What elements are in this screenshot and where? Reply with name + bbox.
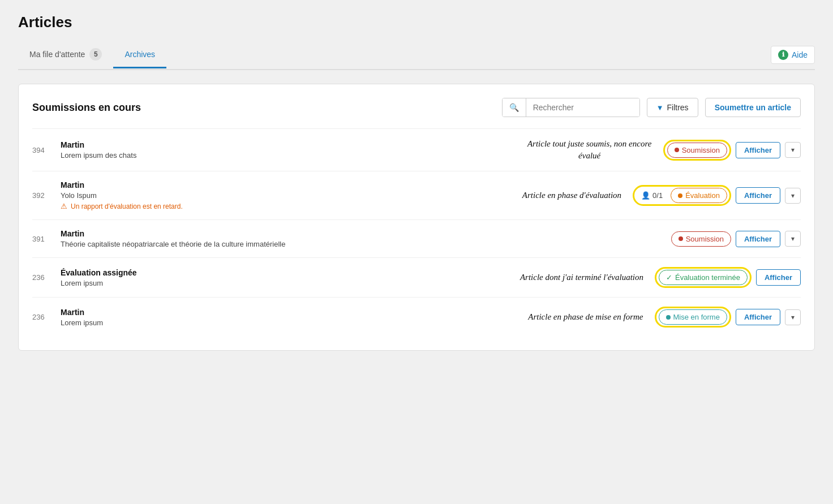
tab-queue-label: Ma file d'attente xyxy=(29,50,85,59)
table-row: 392 Martin Yolo Ispum ⚠ Un rapport d'éva… xyxy=(32,171,801,219)
row-annotation: Article en phase d'évaluation xyxy=(511,189,633,201)
tabs-left: Ma file d'attente 5 Archives xyxy=(18,40,166,69)
help-label: Aide xyxy=(792,50,808,59)
tabs-bar: Ma file d'attente 5 Archives ℹ Aide xyxy=(18,40,815,70)
row-title: Lorem ipsum xyxy=(61,279,509,287)
status-label: Évaluation xyxy=(685,191,720,200)
search-input[interactable] xyxy=(526,98,639,117)
dropdown-button[interactable]: ▾ xyxy=(785,231,801,247)
highlight-box: Mise en forme xyxy=(655,307,731,328)
tab-archives-label: Archives xyxy=(124,50,155,59)
status-dot xyxy=(675,148,679,152)
dropdown-button[interactable]: ▾ xyxy=(785,309,801,325)
row-author: Évaluation assignée xyxy=(61,268,509,277)
status-badge-soumission: Soumission xyxy=(671,231,731,247)
page-title: Articles xyxy=(18,14,815,31)
warning-line: ⚠ Un rapport d'évaluation est en retard. xyxy=(61,202,511,210)
table-row: 394 Martin Lorem ipsum des chats Article… xyxy=(32,128,801,171)
row-author: Martin xyxy=(61,308,517,317)
row-author: Martin xyxy=(61,140,516,149)
table-row: 236 Évaluation assignée Lorem ipsum Arti… xyxy=(32,257,801,297)
search-icon-button[interactable]: 🔍 xyxy=(503,98,526,117)
filter-button[interactable]: ▼ Filtres xyxy=(647,98,698,117)
warning-text: Un rapport d'évaluation est en retard. xyxy=(71,203,183,210)
tab-archives[interactable]: Archives xyxy=(113,42,166,68)
reviewer-count-label: 0/1 xyxy=(652,191,663,200)
row-actions: Soumission Afficher ▾ xyxy=(663,140,801,161)
row-actions: 👤 0/1 Évaluation Afficher ▾ xyxy=(633,185,801,206)
row-author: Martin xyxy=(61,180,511,189)
filter-icon: ▼ xyxy=(656,104,664,112)
card-header: Soumissions en cours 🔍 ▼ Filtres Soumett… xyxy=(32,98,801,117)
dropdown-button[interactable]: ▾ xyxy=(785,142,801,158)
row-id: 394 xyxy=(32,146,61,154)
row-id: 392 xyxy=(32,191,61,200)
row-annotation: Article en phase de mise en forme xyxy=(517,311,654,323)
search-box: 🔍 xyxy=(502,98,640,117)
status-dot xyxy=(679,236,683,241)
row-info: Martin Yolo Ispum ⚠ Un rapport d'évaluat… xyxy=(61,180,511,210)
tab-queue[interactable]: Ma file d'attente 5 xyxy=(18,40,113,70)
view-button[interactable]: Afficher xyxy=(756,269,801,286)
row-info: Martin Lorem ipsum xyxy=(61,308,517,327)
row-id: 236 xyxy=(32,313,61,321)
row-annotation: Article dont j'ai terminé l'évaluation xyxy=(509,272,655,283)
view-button[interactable]: Afficher xyxy=(736,231,780,247)
filter-label: Filtres xyxy=(667,103,689,112)
row-actions: Mise en forme Afficher ▾ xyxy=(655,307,801,328)
status-badge-terminee: ✓ Évaluation terminée xyxy=(659,270,748,285)
row-id: 391 xyxy=(32,235,61,243)
row-id: 236 xyxy=(32,273,61,282)
reviewer-icon: 👤 xyxy=(641,191,650,200)
check-icon: ✓ xyxy=(666,273,672,282)
row-title: Yolo Ispum xyxy=(61,191,511,200)
status-dot xyxy=(666,315,671,320)
row-actions: Soumission Afficher ▾ xyxy=(671,231,801,247)
table-row: 236 Martin Lorem ipsum Article en phase … xyxy=(32,297,801,337)
main-card: Soumissions en cours 🔍 ▼ Filtres Soumett… xyxy=(18,84,815,351)
table-row: 391 Martin Théorie capitaliste néopatria… xyxy=(32,219,801,257)
row-title: Lorem ipsum des chats xyxy=(61,151,516,160)
tab-queue-badge: 5 xyxy=(89,48,102,61)
dropdown-button[interactable]: ▾ xyxy=(785,188,801,204)
status-label: Mise en forme xyxy=(673,313,720,321)
status-label: Évaluation terminée xyxy=(675,273,740,282)
reviewer-count: 👤 0/1 xyxy=(637,188,667,203)
highlight-box: Soumission xyxy=(663,140,731,161)
row-actions: ✓ Évaluation terminée Afficher xyxy=(655,267,801,288)
status-dot xyxy=(678,193,682,198)
view-button[interactable]: Afficher xyxy=(736,309,780,325)
warning-icon: ⚠ xyxy=(61,202,67,210)
row-title: Lorem ipsum xyxy=(61,318,517,327)
header-right: 🔍 ▼ Filtres Soumettre un article xyxy=(502,98,801,117)
row-annotation: Article tout juste soumis, non encore év… xyxy=(516,138,663,162)
card-title: Soumissions en cours xyxy=(32,102,141,114)
status-label: Soumission xyxy=(682,146,720,154)
view-button[interactable]: Afficher xyxy=(736,187,780,204)
submit-article-button[interactable]: Soumettre un article xyxy=(705,98,801,117)
row-title: Théorie capitaliste néopatriarcale et th… xyxy=(61,240,649,248)
view-button[interactable]: Afficher xyxy=(736,142,780,158)
help-button[interactable]: ℹ Aide xyxy=(771,46,815,64)
row-info: Martin Théorie capitaliste néopatriarcal… xyxy=(61,229,649,248)
status-badge-evaluation: Évaluation xyxy=(671,188,727,203)
highlight-box: ✓ Évaluation terminée xyxy=(655,267,752,288)
status-badge-soumission: Soumission xyxy=(667,143,727,158)
row-info: Évaluation assignée Lorem ipsum xyxy=(61,268,509,287)
help-icon: ℹ xyxy=(778,50,788,60)
highlight-box: 👤 0/1 Évaluation xyxy=(633,185,731,206)
status-badge-mise-en-forme: Mise en forme xyxy=(659,309,727,325)
row-author: Martin xyxy=(61,229,649,238)
status-label: Soumission xyxy=(686,235,724,243)
row-info: Martin Lorem ipsum des chats xyxy=(61,140,516,160)
